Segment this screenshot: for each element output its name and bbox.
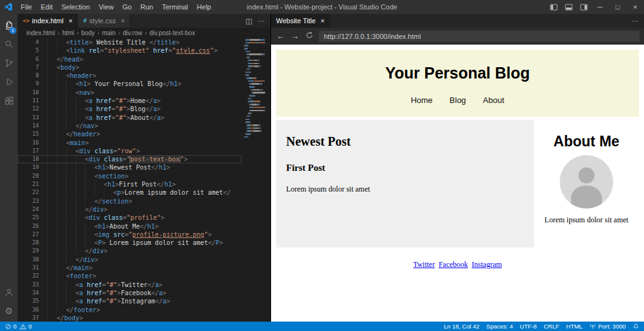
code-line-16[interactable]: 16<main> <box>18 139 242 147</box>
profile-picture-placeholder <box>560 155 613 209</box>
extensions-icon[interactable] <box>0 91 18 110</box>
minimize-button[interactable]: ─ <box>591 0 609 14</box>
menu-go[interactable]: Go <box>118 1 136 13</box>
close-tab-icon[interactable]: × <box>69 17 72 24</box>
html-file-icon: <> <box>23 18 30 24</box>
line-number: 24 <box>18 205 47 214</box>
code-line-6[interactable]: 6</head> <box>18 55 242 63</box>
code-line-28[interactable]: 28<P> Lorem ipsum dolor sit amet</P> <box>18 239 242 247</box>
code-line-23[interactable]: 23</section> <box>18 197 242 205</box>
back-icon[interactable]: ← <box>275 31 286 41</box>
code-line-34[interactable]: 34<a href="#">Facebook</a> <box>18 289 242 297</box>
code-line-10[interactable]: 10<nav> <box>18 89 242 97</box>
site-footer-link-facebook[interactable]: Facebook <box>438 260 468 269</box>
breadcrumb-item[interactable]: main <box>102 30 116 36</box>
notifications-bell-icon[interactable] <box>633 323 639 330</box>
menu-terminal[interactable]: Terminal <box>158 1 193 13</box>
code-line-37[interactable]: 37</body> <box>18 314 242 322</box>
code-line-24[interactable]: 24</div> <box>18 205 242 214</box>
settings-gear-icon[interactable]: ⚙ <box>0 301 18 320</box>
code-line-31[interactable]: 31</main> <box>18 264 242 272</box>
menu-run[interactable]: Run <box>136 1 157 13</box>
code-line-22[interactable]: 22<p>Lorem ipsum dolor sit amet</ <box>18 188 242 197</box>
close-tab-icon[interactable]: × <box>121 17 125 24</box>
code-line-18[interactable]: 18<div class="post-text-box"> <box>18 155 242 163</box>
tab-style-css[interactable]: # style.css × <box>78 14 130 28</box>
breadcrumb-item[interactable]: body <box>81 30 95 36</box>
refresh-icon[interactable] <box>304 31 314 41</box>
minimap[interactable] <box>243 39 265 139</box>
errors-indicator[interactable]: 0 <box>5 323 16 330</box>
explorer-icon[interactable]: 1 <box>0 16 18 35</box>
code-line-26[interactable]: 26<h1>About Me</h1> <box>18 222 242 231</box>
code-line-7[interactable]: 7<body> <box>18 63 242 72</box>
menu-selection[interactable]: Selection <box>57 1 94 13</box>
maximize-button[interactable]: □ <box>609 0 626 14</box>
breadcrumb-separator: › <box>77 30 79 36</box>
close-tab-icon[interactable]: × <box>321 17 325 24</box>
code-line-25[interactable]: 25<div class="profile"> <box>18 214 242 222</box>
site-main-row: Newest Post First Post Lorem ipsum dolor… <box>276 120 639 247</box>
code-line-12[interactable]: 12<a href="#">Blog</a> <box>18 105 242 113</box>
tab-index-html[interactable]: <> index.html × <box>18 14 78 28</box>
code-line-11[interactable]: 11<a href="#">Home</a> <box>18 97 242 105</box>
code-line-33[interactable]: 33<a href="#">Twitter</a> <box>18 281 242 289</box>
forward-icon[interactable]: → <box>290 31 300 41</box>
breadcrumb-item[interactable]: div.row <box>123 30 142 36</box>
toggle-panel-left-icon[interactable] <box>546 0 561 14</box>
breadcrumb-item[interactable]: div.post-text-box <box>150 30 196 36</box>
code-line-14[interactable]: 14</nav> <box>18 122 242 130</box>
site-nav-link-about[interactable]: About <box>483 95 504 105</box>
site-footer-link-twitter[interactable]: Twitter <box>413 260 435 269</box>
split-editor-icon[interactable]: ◫ <box>246 17 252 25</box>
code-line-5[interactable]: 5<link rel="stylesheet" href="style.css"… <box>18 46 242 55</box>
code-line-29[interactable]: 29</div> <box>18 247 242 255</box>
warnings-indicator[interactable]: 0 <box>19 323 31 330</box>
code-line-19[interactable]: 19<h1>Newest Post</h1> <box>18 163 242 171</box>
indentation[interactable]: Spaces: 4 <box>486 323 513 330</box>
line-number: 5 <box>18 46 47 55</box>
status-left: 0 0 <box>5 323 35 330</box>
code-line-17[interactable]: 17<div class="row"> <box>18 147 242 155</box>
code-line-15[interactable]: 15</header> <box>18 130 242 138</box>
code-line-8[interactable]: 8<header> <box>18 72 242 80</box>
more-actions-icon[interactable]: ··· <box>631 17 638 24</box>
code-line-13[interactable]: 13<a href="#">About</a> <box>18 114 242 122</box>
cursor-position[interactable]: Ln 18, Col 42 <box>444 323 480 330</box>
more-actions-icon[interactable]: ··· <box>258 17 265 24</box>
site-nav-link-home[interactable]: Home <box>411 95 433 105</box>
menu-edit[interactable]: Edit <box>36 1 57 13</box>
run-debug-icon[interactable] <box>0 72 18 91</box>
code-line-9[interactable]: 9<h1> Your Personal Blog</h1> <box>18 80 242 88</box>
account-icon[interactable] <box>0 283 18 301</box>
source-control-icon[interactable] <box>0 53 18 72</box>
code-line-30[interactable]: 30</div> <box>18 256 242 264</box>
code-line-20[interactable]: 20<section> <box>18 172 242 180</box>
tab-label: Website Title <box>276 17 316 24</box>
language-mode[interactable]: HTML <box>566 323 582 330</box>
menu-file[interactable]: File <box>16 1 36 13</box>
site-footer-link-instagram[interactable]: Instagram <box>472 260 502 269</box>
code-line-4[interactable]: 4<title> Website Title </title> <box>18 38 242 46</box>
menu-view[interactable]: View <box>94 1 118 13</box>
eol-sequence[interactable]: CRLF <box>543 323 559 330</box>
close-window-button[interactable]: × <box>626 0 644 14</box>
toggle-panel-right-icon[interactable] <box>576 0 591 14</box>
port-indicator[interactable]: Port: 3000 <box>589 323 626 330</box>
breadcrumb-item[interactable]: html <box>62 30 74 36</box>
url-input[interactable] <box>319 31 640 42</box>
code-editor[interactable]: 4<title> Website Title </title>5<link re… <box>18 38 270 322</box>
tab-website-title[interactable]: Website Title × <box>271 14 330 28</box>
code-line-27[interactable]: 27<img src="profile-picture.png"> <box>18 231 242 239</box>
menu-help[interactable]: Help <box>192 1 216 13</box>
code-line-35[interactable]: 35<a href="#">Instagram</a> <box>18 297 242 305</box>
code-line-21[interactable]: 21<h1>First Post</h1> <box>18 180 242 188</box>
breadcrumb-item[interactable]: index.html <box>26 30 55 36</box>
code-line-36[interactable]: 36</footer> <box>18 306 242 314</box>
toggle-panel-bottom-icon[interactable] <box>561 0 576 14</box>
encoding[interactable]: UTF-8 <box>520 323 537 330</box>
workbench: 1 ⚙ <> <box>0 14 644 322</box>
code-line-32[interactable]: 32<footer> <box>18 272 242 280</box>
site-nav-link-blog[interactable]: Blog <box>450 95 466 105</box>
search-icon[interactable] <box>0 35 18 53</box>
